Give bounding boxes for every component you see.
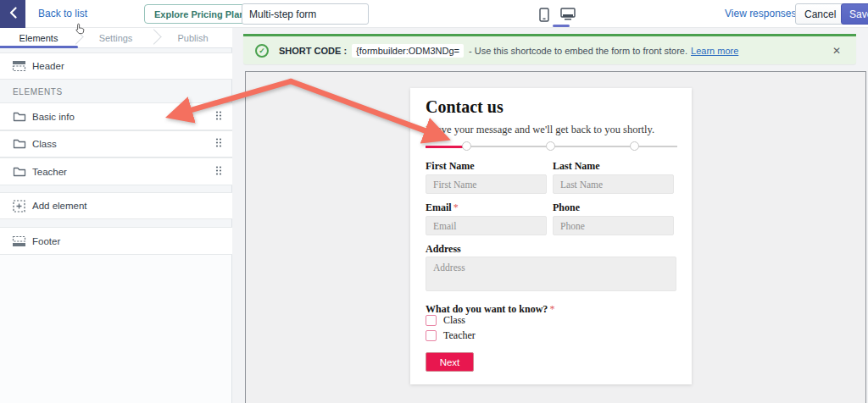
main-area: ✓ SHORT CODE : {formbuilder:ODM3NDg= - U…	[232, 28, 868, 403]
shortcode-banner: ✓ SHORT CODE : {formbuilder:ODM3NDg= - U…	[243, 34, 856, 64]
address-textarea[interactable]	[426, 257, 676, 291]
phone-label: Phone	[553, 202, 580, 214]
folder-icon	[12, 111, 26, 123]
form-preview-frame: Contact us Leave your message and we'll …	[245, 71, 866, 403]
email-input[interactable]	[426, 216, 547, 235]
shortcode-label: SHORT CODE :	[279, 46, 347, 56]
mobile-preview-icon[interactable]	[536, 6, 553, 23]
cancel-button[interactable]: Cancel	[795, 3, 845, 25]
shortcode-message: - Use this shortcode to embed the form t…	[469, 46, 687, 56]
header-section-icon	[12, 60, 26, 72]
sidebar-item-teacher[interactable]: Teacher	[0, 157, 232, 185]
step-circle-3[interactable]	[630, 141, 639, 151]
phone-input[interactable]	[553, 216, 674, 235]
tab-settings[interactable]: Settings	[77, 28, 154, 47]
sidebar-item-label: Teacher	[32, 167, 67, 177]
drag-handle-icon[interactable]	[215, 165, 222, 178]
close-icon[interactable]: ✕	[829, 43, 844, 58]
add-element-button[interactable]: Add element	[0, 192, 232, 219]
save-button[interactable]: Save	[841, 3, 868, 25]
view-responses-link[interactable]: View responses	[725, 8, 797, 19]
step-circle-2[interactable]	[546, 141, 555, 151]
form-title: Contact us	[426, 97, 504, 117]
mouse-cursor-hand-icon	[75, 23, 86, 37]
sidebar-item-label: Header	[32, 61, 64, 71]
sidebar-item-label: Footer	[32, 236, 60, 246]
folder-icon	[12, 166, 26, 178]
drag-handle-icon[interactable]	[215, 138, 222, 151]
step-circle-1[interactable]	[462, 141, 471, 151]
learn-more-link[interactable]: Learn more	[691, 46, 738, 56]
last-name-input[interactable]	[553, 174, 674, 194]
checkbox-icon[interactable]	[426, 315, 437, 326]
option-label: Class	[443, 314, 465, 327]
first-name-label: First Name	[426, 160, 475, 173]
checkbox-option-class[interactable]: Class	[426, 314, 465, 327]
chevron-left-icon	[9, 7, 17, 21]
first-name-input[interactable]	[426, 174, 547, 194]
back-to-list-link[interactable]: Back to list	[38, 8, 87, 19]
address-label: Address	[426, 243, 461, 256]
form-preview-card: Contact us Leave your message and we'll …	[410, 88, 692, 384]
option-label: Teacher	[443, 329, 476, 342]
device-toggle	[536, 6, 576, 23]
sidebar-tabs: Elements Settings Publish	[0, 28, 232, 48]
sidebar-item-label: Add element	[32, 201, 87, 211]
active-device-underline	[553, 25, 570, 27]
add-element-icon	[12, 200, 26, 213]
top-bar: Back to list Explore Pricing Plans View …	[0, 0, 868, 28]
elements-section-label: ELEMENTS	[13, 87, 63, 97]
sidebar-item-label: Basic info	[32, 112, 75, 122]
tab-publish[interactable]: Publish	[154, 28, 231, 47]
required-asterisk: *	[453, 202, 459, 213]
folder-icon	[12, 138, 26, 150]
form-title-input[interactable]	[242, 3, 369, 25]
next-button[interactable]: Next	[426, 352, 474, 372]
email-label: Email*	[426, 202, 459, 214]
shortcode-value: {formbuilder:ODM3NDg=	[352, 44, 464, 58]
form-subtitle: Leave your message and we'll get back to…	[426, 124, 654, 136]
required-asterisk: *	[549, 303, 554, 315]
sidebar-item-basic-info[interactable]: Basic info	[0, 102, 232, 130]
sidebar-item-header[interactable]: Header	[0, 52, 232, 80]
desktop-preview-icon[interactable]	[559, 6, 576, 23]
checkbox-icon[interactable]	[426, 330, 437, 341]
drag-handle-icon[interactable]	[215, 110, 222, 123]
sidebar-empty-area	[0, 255, 231, 403]
sidebar-item-class[interactable]: Class	[0, 130, 232, 157]
tab-elements[interactable]: Elements	[0, 28, 77, 47]
back-button[interactable]	[0, 0, 25, 28]
success-check-icon: ✓	[255, 44, 269, 58]
progress-fill	[426, 146, 464, 148]
checkbox-option-teacher[interactable]: Teacher	[426, 329, 476, 342]
footer-section-icon	[12, 235, 26, 247]
last-name-label: Last Name	[553, 160, 600, 173]
builder-sidebar: Elements Settings Publish Header ELEMENT…	[0, 28, 232, 403]
sidebar-item-label: Class	[32, 139, 57, 149]
step-progress-bar	[426, 141, 677, 152]
sidebar-item-footer[interactable]: Footer	[0, 227, 232, 255]
active-tab-underline	[0, 46, 78, 48]
